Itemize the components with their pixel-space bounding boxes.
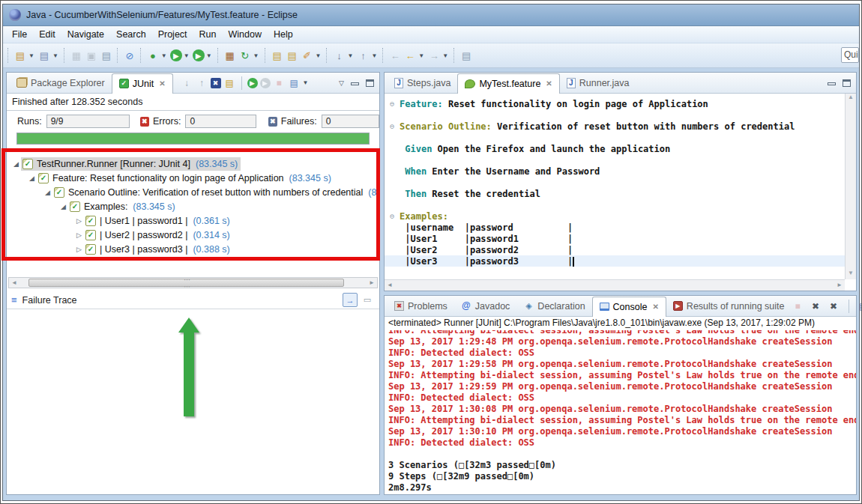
refresh-task-icon[interactable]: ↻: [238, 49, 252, 62]
minimize-icon[interactable]: [828, 82, 836, 85]
next-annotation-dropdown-icon[interactable]: ▼: [347, 52, 353, 59]
remove-all-terminated-icon[interactable]: ✖: [828, 300, 840, 312]
last-edit-location-icon[interactable]: ←: [388, 49, 402, 62]
console-tab-declaration[interactable]: ◈Declaration: [516, 296, 591, 316]
fold-collapse-icon[interactable]: ⊖: [385, 122, 400, 130]
left-tab-package-explorer[interactable]: Package Explorer: [10, 73, 112, 93]
test-tree-row[interactable]: ◢✓Examples:(83.345 s): [8, 199, 378, 213]
compare-result-button[interactable]: ▭: [360, 293, 375, 307]
rerun-failed-tests-first-icon[interactable]: ▶: [260, 78, 271, 88]
show-failures-only-icon[interactable]: ✖: [211, 78, 221, 88]
new-java-element-dropdown-icon[interactable]: ▼: [52, 52, 58, 59]
scroll-down-icon[interactable]: ▼: [846, 270, 856, 279]
save-all-icon[interactable]: ▣: [85, 49, 98, 62]
menu-edit[interactable]: Edit: [33, 27, 61, 42]
run-coverage-dropdown-icon[interactable]: ▼: [206, 52, 212, 59]
menu-file[interactable]: File: [6, 27, 33, 42]
search-icon[interactable]: ✐: [301, 49, 314, 62]
show-stacktrace-in-console-button[interactable]: →: [343, 293, 358, 307]
test-run-history-dropdown-icon[interactable]: ▼: [303, 79, 309, 86]
new-wizard-icon[interactable]: ▤: [13, 49, 27, 62]
run-dropdown-icon[interactable]: ▼: [184, 52, 190, 59]
collapsed-icon[interactable]: ▷: [74, 231, 84, 239]
console-log[interactable]: INFO: Attempting bi-dialect session, ass…: [385, 330, 856, 494]
scroll-right-icon[interactable]: ►: [367, 278, 377, 288]
expanded-icon[interactable]: ◢: [11, 160, 21, 168]
test-tree-row[interactable]: ▷✓| User1 | password1 |(0.361 s): [8, 213, 378, 228]
scrollbar-thumb[interactable]: [28, 279, 344, 287]
editor-horizontal-scrollbar[interactable]: ◄ ►: [385, 279, 845, 291]
next-failed-test-icon[interactable]: ↓: [181, 76, 193, 89]
title-bar[interactable]: Java - CucumberWithSelenium/Features/MyT…: [3, 4, 859, 26]
terminate-icon[interactable]: ■: [792, 300, 804, 312]
clear-console-icon[interactable]: ▤: [858, 300, 862, 312]
previous-failed-test-icon[interactable]: ↑: [196, 76, 208, 89]
scroll-up-icon[interactable]: ▲: [846, 94, 856, 103]
editor-vertical-scrollbar[interactable]: ▲ ▼: [845, 94, 856, 279]
collapsed-icon[interactable]: ▷: [74, 217, 84, 225]
test-tree-row[interactable]: ◢✓Feature: Reset functionality on login …: [8, 171, 378, 185]
test-run-history-icon[interactable]: ▤: [288, 76, 301, 89]
refresh-task-dropdown-icon[interactable]: ▼: [253, 52, 259, 59]
test-tree-row[interactable]: ◢✓Scenario Outline: Verification of rese…: [8, 185, 378, 199]
menu-run[interactable]: Run: [193, 27, 223, 42]
open-resource-icon[interactable]: ▤: [271, 49, 284, 62]
test-tree-row[interactable]: ▷✓| User2 | password2 |(0.314 s): [8, 228, 378, 242]
junit-horizontal-scrollbar[interactable]: ◄ ►: [8, 277, 378, 288]
print-icon[interactable]: ▤: [100, 49, 113, 62]
remove-launch-icon[interactable]: ✖: [810, 300, 822, 312]
minimize-icon[interactable]: [351, 82, 359, 85]
run-coverage-icon[interactable]: ▶: [193, 49, 205, 61]
console-tab-results-of-running-suite[interactable]: ▶Results of running suite: [666, 296, 792, 316]
maximize-icon[interactable]: [843, 79, 851, 87]
expanded-icon[interactable]: ◢: [58, 203, 68, 210]
fold-collapse-icon[interactable]: ⊖: [385, 212, 400, 220]
stop-junit-test-run-icon[interactable]: ■: [273, 76, 286, 89]
scroll-left-icon[interactable]: ◄: [9, 278, 19, 288]
editor-tab-steps-java[interactable]: JSteps.java: [388, 73, 457, 93]
close-icon[interactable]: ✕: [546, 79, 552, 88]
save-icon[interactable]: ▦: [70, 49, 83, 62]
search-dropdown-icon[interactable]: ▼: [316, 52, 322, 59]
back-dropdown-icon[interactable]: ▼: [418, 52, 424, 59]
test-tree-row[interactable]: ◢✓TestRunner.Runner [Runner: JUnit 4](83…: [8, 157, 378, 171]
back-icon[interactable]: ←: [403, 49, 417, 62]
console-tab-problems[interactable]: ✖Problems: [388, 296, 454, 316]
run-icon[interactable]: ▶: [170, 49, 182, 61]
debug-icon[interactable]: ●: [146, 49, 160, 62]
forward-dropdown-icon[interactable]: ▼: [442, 52, 448, 59]
close-icon[interactable]: ✕: [159, 79, 165, 88]
menu-search[interactable]: Search: [110, 27, 152, 42]
menu-navigate[interactable]: Navigate: [61, 27, 110, 42]
new-wizard-dropdown-icon[interactable]: ▼: [28, 52, 34, 59]
console-tab-console[interactable]: Console✕: [592, 297, 666, 317]
previous-annotation-icon[interactable]: ↑: [356, 49, 370, 62]
test-tree-row[interactable]: ▷✓| User3 | password3 |(0.388 s): [8, 242, 378, 256]
debug-dropdown-icon[interactable]: ▼: [161, 52, 167, 59]
menu-project[interactable]: Project: [152, 27, 193, 42]
scroll-right-icon[interactable]: ►: [834, 280, 845, 290]
console-tab-javadoc[interactable]: @Javadoc: [454, 296, 517, 316]
collapsed-icon[interactable]: ▷: [74, 246, 84, 253]
menu-help[interactable]: Help: [268, 27, 299, 42]
skip-all-breakpoints-icon[interactable]: ⊘: [123, 49, 136, 62]
close-icon[interactable]: ✕: [652, 303, 658, 311]
open-folder-icon[interactable]: ▤: [286, 49, 299, 62]
next-annotation-icon[interactable]: ↓: [332, 49, 346, 62]
scroll-left-icon[interactable]: ◄: [385, 280, 395, 290]
maximize-icon[interactable]: [366, 79, 374, 87]
new-java-project-icon[interactable]: ▦: [223, 49, 237, 62]
show-skipped-tests-icon[interactable]: ▤: [223, 76, 236, 89]
editor-tab-runner-java[interactable]: JRunner.java: [560, 73, 636, 93]
previous-annotation-dropdown-icon[interactable]: ▼: [371, 52, 377, 59]
feature-editor[interactable]: ⊖Feature: Reset functionality on login p…: [385, 94, 845, 279]
left-tab-junit[interactable]: ✓JUnit✕: [112, 73, 173, 94]
link-with-editor-icon[interactable]: ▤: [459, 49, 473, 62]
expanded-icon[interactable]: ◢: [27, 174, 37, 182]
menu-window[interactable]: Window: [223, 27, 268, 42]
expanded-icon[interactable]: ◢: [43, 189, 52, 196]
rerun-test-icon[interactable]: ▶: [247, 78, 258, 88]
forward-icon[interactable]: →: [427, 49, 441, 62]
view-menu-icon[interactable]: ▽: [339, 79, 344, 87]
new-java-element-icon[interactable]: ▤: [37, 49, 51, 62]
